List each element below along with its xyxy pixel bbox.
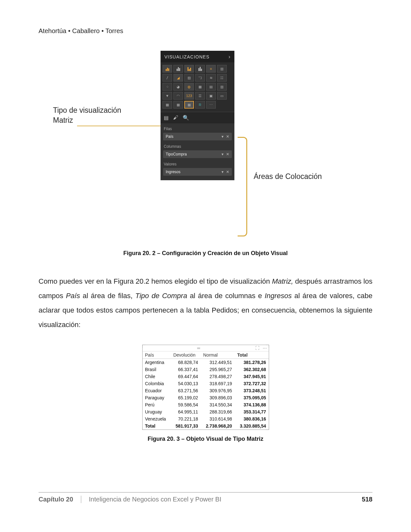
valores-label: Valores <box>161 160 234 167</box>
selection-corner-icon <box>142 427 145 430</box>
viz-waterfall-icon[interactable]: ☷ <box>217 74 227 82</box>
col-devolucion: Devolución <box>171 351 201 359</box>
cell-dev: 70.221,18 <box>171 415 201 422</box>
cell-tot: 362.302,68 <box>235 366 269 373</box>
columnas-field[interactable]: TipoCompra ▾✕ <box>163 150 232 158</box>
figure-20-2: Tipo de visualización Matriz Áreas de Co… <box>39 51 372 244</box>
cell-dev: 69.447,64 <box>171 373 201 380</box>
viz-table-icon[interactable]: ▦ <box>162 101 172 109</box>
viz-100-stacked-column-icon[interactable]: ▥ <box>217 65 227 73</box>
viz-stacked-bar-icon[interactable] <box>162 65 172 73</box>
cell-nor: 309.896,03 <box>201 394 235 401</box>
viz-donut-icon[interactable]: ◍ <box>184 83 194 91</box>
table-total-row: Total581.917,332.738.968,203.320.885,54 <box>143 422 269 430</box>
cell-tot: 374.136,88 <box>235 401 269 408</box>
viz-clustered-bar-icon[interactable] <box>173 65 183 73</box>
viz-multirow-card-icon[interactable]: ☰ <box>195 92 205 100</box>
col-pais: País <box>143 351 171 359</box>
filas-field[interactable]: País ▾✕ <box>163 133 232 140</box>
visualizations-panel: VISUALIZACIONES › ≡ ▥ 〳 ◢ ▨ ⫎ ≋ <box>161 51 234 180</box>
viz-gauge-icon[interactable]: ◠ <box>173 92 183 100</box>
valores-remove-icon[interactable]: ✕ <box>226 170 229 174</box>
viz-card-icon[interactable]: 123 <box>184 92 194 100</box>
format-tab-icon[interactable]: 🖌 <box>173 115 178 121</box>
viz-matrix-icon[interactable]: ▦ <box>184 101 194 109</box>
columnas-label: Columnas <box>161 142 234 150</box>
matrix-visual[interactable]: ═ ⛶ ⋯ País Devolución Normal Total Argen… <box>142 345 269 430</box>
panel-tabs: ▤ 🖌 🔍 <box>161 112 234 123</box>
table-header-row: País Devolución Normal Total <box>143 351 269 359</box>
cell-dev: 63.271,56 <box>171 387 201 394</box>
col-normal: Normal <box>201 351 235 359</box>
visualizations-header: VISUALIZACIONES › <box>161 51 234 62</box>
filas-field-value: País <box>166 134 173 139</box>
viz-more-icon[interactable]: ⋯ <box>206 101 216 109</box>
cell-total-dev: 581.917,33 <box>171 422 201 430</box>
figure-20-2-caption: Figura 20. 2 – Configuración y Creación … <box>39 250 372 257</box>
focus-mode-icon[interactable]: ⛶ <box>255 346 259 350</box>
annotation-placement-areas: Áreas de Colocación <box>254 172 322 181</box>
viz-line-icon[interactable]: 〳 <box>162 74 172 82</box>
page-footer: Capítulo 20 Inteligencia de Negocios con… <box>39 492 372 503</box>
viz-kpi-icon[interactable]: ▣ <box>206 92 216 100</box>
table-row: Brasil66.337,41295.965,27362.302,68 <box>143 366 269 373</box>
fields-tab-icon[interactable]: ▤ <box>164 115 169 121</box>
viz-line-column-icon[interactable]: ⫎ <box>195 74 205 82</box>
annot-line2: Matriz <box>53 115 121 125</box>
viz-slicer-icon[interactable]: ▭ <box>217 92 227 100</box>
field-wells: Filas País ▾✕ Columnas TipoCompra ▾✕ Val… <box>161 123 234 180</box>
columnas-dropdown-icon[interactable]: ▾ <box>222 152 223 156</box>
table-row: Argentina68.828,74312.449,51381.278,26 <box>143 359 269 366</box>
valores-field-value: Ingresos <box>166 170 180 174</box>
valores-field[interactable]: Ingresos ▾✕ <box>163 168 232 176</box>
grip-icon[interactable]: ═ <box>197 346 200 350</box>
selection-corner-icon <box>266 427 269 430</box>
cell-nor: 278.498,27 <box>201 373 235 380</box>
viz-r-icon[interactable]: R <box>195 101 205 109</box>
cell-pais: Chile <box>143 373 171 380</box>
viz-stacked-column-icon[interactable] <box>184 65 194 73</box>
footer-page-number: 518 <box>362 496 372 503</box>
filas-remove-icon[interactable]: ✕ <box>226 134 229 139</box>
viz-table2-icon[interactable]: ▦ <box>173 101 183 109</box>
footer-title: Inteligencia de Negocios con Excel y Pow… <box>89 496 362 503</box>
cell-pais: Ecuador <box>143 387 171 394</box>
viz-scatter-icon[interactable]: ⁘ <box>162 83 172 91</box>
cell-pais: Uruguay <box>143 408 171 415</box>
viz-map-icon[interactable]: ▤ <box>206 83 216 91</box>
cell-pais: Venezuela <box>143 415 171 422</box>
table-row: Perú59.586,54314.550,34374.136,88 <box>143 401 269 408</box>
col-total: Total <box>235 351 269 359</box>
analytics-tab-icon[interactable]: 🔍 <box>183 115 189 121</box>
visualizations-title: VISUALIZACIONES <box>164 54 209 59</box>
viz-area-icon[interactable]: ◢ <box>173 74 183 82</box>
viz-clustered-column-icon[interactable] <box>195 65 205 73</box>
table-row: Paraguay65.199,02309.896,03375.095,05 <box>143 394 269 401</box>
viz-type-grid: ≡ ▥ 〳 ◢ ▨ ⫎ ≋ ☷ ⁘ ◕ ◍ ▦ ▤ ▥ <box>161 62 234 112</box>
viz-ribbon-icon[interactable]: ≋ <box>206 74 216 82</box>
viz-100-stacked-bar-icon[interactable]: ≡ <box>206 65 216 73</box>
viz-filled-map-icon[interactable]: ▥ <box>217 83 227 91</box>
cell-pais: Perú <box>143 401 171 408</box>
viz-stacked-area-icon[interactable]: ▨ <box>184 74 194 82</box>
cell-dev: 64.995,11 <box>171 408 201 415</box>
valores-dropdown-icon[interactable]: ▾ <box>222 170 223 174</box>
cell-pais: Brasil <box>143 366 171 373</box>
table-row: Chile69.447,64278.498,27347.945,91 <box>143 373 269 380</box>
cell-nor: 310.614,98 <box>201 415 235 422</box>
filas-dropdown-icon[interactable]: ▾ <box>222 134 223 139</box>
cell-nor: 312.449,51 <box>201 359 235 366</box>
cell-tot: 380.836,16 <box>235 415 269 422</box>
viz-treemap-icon[interactable]: ▦ <box>195 83 205 91</box>
cell-tot: 347.945,91 <box>235 373 269 380</box>
viz-funnel-icon[interactable]: ▼ <box>162 92 172 100</box>
footer-chapter: Capítulo 20 <box>39 496 81 503</box>
para-i2: País <box>66 292 80 300</box>
columnas-remove-icon[interactable]: ✕ <box>226 152 229 156</box>
viz-pie-icon[interactable]: ◕ <box>173 83 183 91</box>
expand-chevron-icon[interactable]: › <box>229 54 231 60</box>
cell-dev: 65.199,02 <box>171 394 201 401</box>
annot-line1: Tipo de visualización <box>53 105 121 115</box>
cell-pais: Colombia <box>143 380 171 387</box>
para-i4: Ingresos <box>265 292 292 300</box>
